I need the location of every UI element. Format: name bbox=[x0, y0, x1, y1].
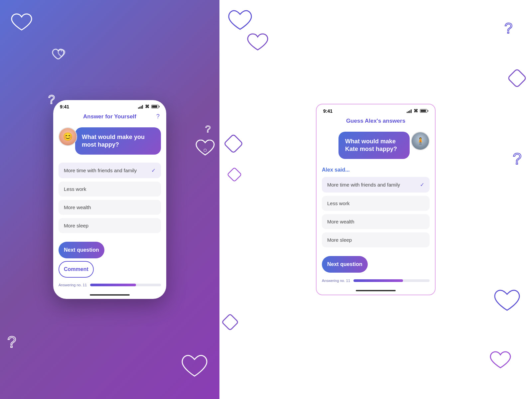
help-icon-1[interactable]: ? bbox=[156, 113, 160, 120]
progress-section-2: Answering no. 11 bbox=[317, 275, 435, 288]
question-deco-right-left-panel: ? bbox=[204, 123, 213, 136]
option-1-1[interactable]: More time with friends and family ✓ bbox=[59, 163, 161, 178]
progress-section-1: Answering no. 11 bbox=[53, 280, 166, 292]
question-deco-left: ? bbox=[47, 93, 57, 108]
question-deco-top-right: ? bbox=[504, 20, 515, 38]
hearts-deco-mid-left bbox=[52, 48, 68, 63]
question-section-2: What would make Kate most happy? 🧍 bbox=[317, 128, 435, 165]
heart-deco-top-left-right bbox=[226, 10, 254, 35]
option-text-1-4: More sleep bbox=[64, 223, 88, 228]
option-text-1-3: More wealth bbox=[64, 204, 91, 210]
progress-label-1: Answering no. 11 bbox=[59, 283, 87, 287]
progress-bar-fill-1 bbox=[90, 284, 136, 286]
option-1-2[interactable]: Less work bbox=[59, 182, 161, 197]
right-panel: ? ? bbox=[219, 0, 532, 399]
heart-deco-bottom-right-left-panel bbox=[180, 354, 209, 382]
heart-deco-top-left bbox=[10, 13, 33, 35]
option-text-1-2: Less work bbox=[64, 186, 86, 192]
heart-deco-bottom-right-right bbox=[489, 351, 512, 372]
check-icon-1-1: ✓ bbox=[151, 167, 156, 174]
svg-rect-7 bbox=[227, 168, 241, 182]
status-bar-2: 9:41 ⌘ bbox=[317, 104, 435, 116]
signal-icon-2 bbox=[407, 109, 412, 113]
option-text-2-4: More sleep bbox=[327, 237, 352, 243]
progress-bar-fill-2 bbox=[353, 279, 403, 282]
progress-bar-bg-1 bbox=[90, 284, 161, 286]
heart-deco-mid-right-left-panel bbox=[195, 140, 216, 159]
question-section-1: 😊 What would make you most happy? bbox=[53, 124, 166, 160]
option-2-4[interactable]: More sleep bbox=[322, 232, 430, 247]
svg-point-3 bbox=[204, 149, 206, 152]
heart-deco-mid-right-right-2 bbox=[492, 290, 522, 316]
option-text-2-2: Less work bbox=[327, 200, 350, 206]
status-time-1: 9:41 bbox=[60, 104, 69, 109]
svg-text:?: ? bbox=[504, 20, 512, 36]
svg-text:?: ? bbox=[48, 93, 55, 106]
status-time-2: 9:41 bbox=[323, 108, 332, 114]
status-icons-2: ⌘ bbox=[407, 108, 428, 113]
option-1-4[interactable]: More sleep bbox=[59, 218, 161, 233]
alex-said-label: Alex said... bbox=[317, 164, 435, 174]
comment-btn-1[interactable]: Comment bbox=[59, 261, 94, 278]
question-bubble-1: What would make you most happy? bbox=[75, 127, 161, 155]
option-text-2-3: More wealth bbox=[327, 219, 354, 224]
avatar-2: 🧍 bbox=[411, 132, 430, 150]
wifi-icon-1: ⌘ bbox=[145, 104, 149, 109]
diamond-deco-left-right-2 bbox=[226, 166, 243, 184]
phone-1: 9:41 ⌘ Answer for Yourself ? bbox=[53, 100, 166, 299]
svg-text:?: ? bbox=[7, 333, 16, 351]
phone-2: 9:41 ⌘ Guess Alex's answers What bbox=[316, 104, 436, 296]
phone-title-1: Answer for Yourself bbox=[83, 113, 136, 120]
option-text-1-1: More time with friends and family bbox=[64, 168, 137, 173]
home-indicator-1 bbox=[90, 294, 130, 296]
option-1-3[interactable]: More wealth bbox=[59, 200, 161, 215]
wifi-icon-2: ⌘ bbox=[414, 108, 418, 113]
signal-icon-1 bbox=[138, 105, 143, 109]
check-icon-2-1: ✓ bbox=[420, 182, 424, 188]
diamond-deco-right bbox=[505, 66, 529, 91]
next-question-btn-2[interactable]: Next question bbox=[322, 256, 368, 273]
options-section-1: More time with friends and family ✓ Less… bbox=[53, 160, 166, 239]
option-2-1[interactable]: More time with friends and family ✓ bbox=[322, 177, 430, 193]
battery-icon-1 bbox=[151, 105, 160, 108]
question-deco-mid-right-right: ? bbox=[512, 150, 525, 169]
svg-text:?: ? bbox=[205, 123, 211, 134]
option-2-2[interactable]: Less work bbox=[322, 196, 430, 211]
next-question-btn-1[interactable]: Next question bbox=[59, 242, 104, 258]
svg-text:?: ? bbox=[513, 150, 522, 168]
question-deco-bottom-left: ? bbox=[7, 333, 20, 352]
status-bar-1: 9:41 ⌘ bbox=[53, 100, 166, 112]
left-panel: ? ? ? 9:41 bbox=[0, 0, 219, 399]
avatar-img-2: 🧍 bbox=[412, 132, 429, 150]
svg-rect-5 bbox=[508, 69, 527, 88]
heart-deco-mid-left-right bbox=[246, 33, 269, 55]
status-icons-1: ⌘ bbox=[138, 104, 160, 109]
phone-title-2: Guess Alex's answers bbox=[346, 118, 405, 124]
phone-header-2: Guess Alex's answers bbox=[317, 116, 435, 128]
svg-rect-6 bbox=[224, 134, 243, 153]
battery-icon-2 bbox=[420, 109, 428, 113]
progress-label-2: Answering no. 11 bbox=[322, 279, 350, 283]
option-2-3[interactable]: More wealth bbox=[322, 214, 430, 229]
diamond-deco-left-right bbox=[223, 133, 244, 156]
option-text-2-1: More time with friends and family bbox=[327, 182, 400, 188]
progress-bar-bg-2 bbox=[353, 279, 430, 282]
question-bubble-2: What would make Kate most happy? bbox=[338, 132, 410, 159]
avatar-img-1: 😊 bbox=[59, 128, 76, 145]
svg-rect-9 bbox=[222, 314, 238, 330]
diamond-deco-bottom-left-right bbox=[221, 313, 239, 332]
phone-header-1: Answer for Yourself ? bbox=[53, 112, 166, 124]
avatar-1: 😊 bbox=[59, 127, 77, 146]
home-indicator-2 bbox=[356, 290, 396, 291]
options-section-2: More time with friends and family ✓ Less… bbox=[317, 174, 435, 253]
